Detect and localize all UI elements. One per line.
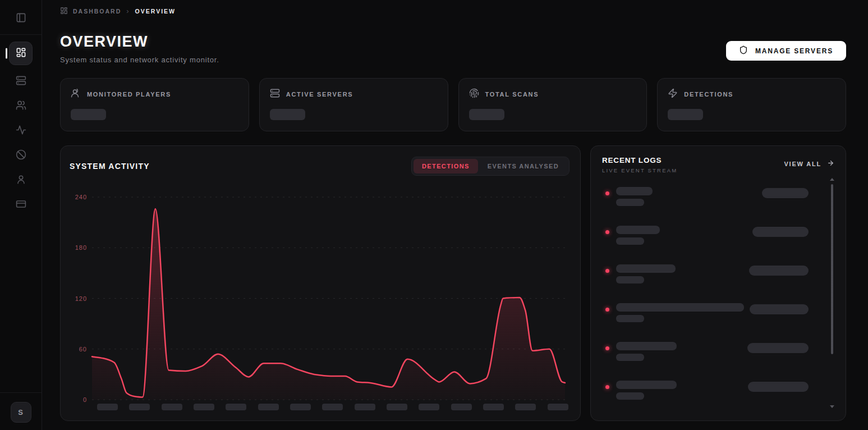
arrow-right-icon: [827, 159, 834, 168]
scroll-down-arrow-icon[interactable]: [830, 405, 834, 408]
stat-card-monitored-players: MONITORED PLAYERS: [60, 78, 249, 131]
area-chart-svg: [92, 197, 565, 400]
content-row: SYSTEM ACTIVITY DETECTIONS EVENTS ANALYS…: [60, 145, 846, 421]
scroll-up-arrow-icon[interactable]: [830, 178, 834, 181]
x-axis-label-skeleton: [451, 404, 472, 410]
x-axis-label-skeleton: [515, 404, 536, 410]
panel-toggle-button[interactable]: [11, 10, 30, 27]
view-all-label: VIEW ALL: [784, 161, 821, 167]
logs-scrollbar: [829, 178, 835, 408]
system-activity-panel: SYSTEM ACTIVITY DETECTIONS EVENTS ANALYS…: [60, 145, 581, 421]
breadcrumb-page: OVERVIEW: [135, 8, 176, 15]
layout-dashboard-icon: [16, 47, 26, 60]
log-status-dot: [605, 308, 609, 312]
log-status-dot: [605, 191, 609, 195]
stat-label: ACTIVE SERVERS: [286, 91, 353, 98]
log-text-skeleton: [616, 264, 676, 283]
log-row: [605, 187, 809, 206]
x-axis-label-skeleton: [129, 404, 150, 410]
stat-label: DETECTIONS: [684, 91, 733, 98]
sidebar-bottom-section: S: [0, 392, 42, 430]
log-timestamp-skeleton: [762, 188, 809, 198]
recent-logs-panel: RECENT LOGS LIVE EVENT STREAM VIEW ALL: [590, 145, 846, 421]
breadcrumb-section[interactable]: DASHBOARD: [73, 8, 121, 15]
log-list: [602, 187, 834, 400]
x-axis-label-skeleton: [355, 404, 375, 410]
activity-chart: 240180120600: [92, 197, 565, 400]
panel-left-icon: [16, 12, 26, 25]
sidebar-item-billing[interactable]: [11, 196, 30, 213]
log-row: [605, 342, 809, 361]
stat-card-detections: DETECTIONS: [657, 78, 846, 131]
sidebar-item-players[interactable]: [11, 97, 30, 115]
x-axis-label-skeleton: [483, 404, 504, 410]
recent-logs-subtitle: LIVE EVENT STREAM: [602, 167, 677, 173]
x-axis-label-skeleton: [548, 404, 568, 410]
users-round-icon: [71, 88, 81, 100]
stat-card-active-servers: ACTIVE SERVERS: [259, 78, 448, 131]
log-timestamp-skeleton: [750, 304, 809, 314]
stat-value-skeleton: [71, 109, 106, 120]
user-icon: [16, 174, 26, 186]
log-status-dot: [605, 230, 609, 234]
ban-icon: [16, 149, 26, 162]
log-timestamp-skeleton: [749, 266, 809, 276]
scrollbar-thumb[interactable]: [831, 184, 833, 354]
y-axis-tick-label: 60: [79, 346, 87, 353]
log-row: [605, 226, 809, 245]
log-status-dot: [605, 346, 609, 350]
tab-detections[interactable]: DETECTIONS: [414, 159, 478, 173]
breadcrumb-separator: ›: [126, 7, 130, 15]
recent-logs-title: RECENT LOGS: [602, 156, 677, 164]
stat-value-skeleton: [668, 109, 703, 120]
log-timestamp-skeleton: [752, 227, 809, 237]
log-row: [605, 264, 809, 283]
x-axis-label-skeleton: [226, 404, 246, 410]
tab-events-analysed[interactable]: EVENTS ANALYSED: [479, 159, 567, 173]
x-axis-label-skeleton: [290, 404, 311, 410]
main-content: DASHBOARD › OVERVIEW OVERVIEW System sta…: [42, 0, 868, 430]
sidebar-item-profile[interactable]: [11, 171, 30, 189]
y-axis-tick-label: 240: [75, 194, 87, 200]
view-all-button[interactable]: VIEW ALL: [784, 159, 834, 168]
log-text-skeleton: [616, 381, 677, 400]
log-text-skeleton: [616, 187, 653, 206]
users-icon: [16, 100, 26, 112]
y-axis-tick-label: 120: [75, 295, 87, 302]
user-avatar[interactable]: S: [11, 402, 31, 423]
system-activity-title: SYSTEM ACTIVITY: [70, 162, 150, 171]
page-subtitle: System status and network activity monit…: [60, 56, 219, 64]
credit-card-icon: [16, 199, 26, 211]
page-header: OVERVIEW System status and network activ…: [60, 33, 846, 64]
shield-icon: [739, 45, 748, 56]
log-row: [605, 381, 809, 400]
stat-value-skeleton: [469, 109, 504, 120]
stats-row: MONITORED PLAYERS ACTIVE SERVERS TOTAL S…: [60, 78, 846, 131]
stat-value-skeleton: [270, 109, 305, 120]
log-status-dot: [605, 269, 609, 273]
x-axis-label-skeleton: [194, 404, 214, 410]
activity-icon: [16, 125, 26, 137]
manage-servers-button[interactable]: MANAGE SERVERS: [726, 41, 846, 61]
sidebar-item-servers[interactable]: [11, 72, 30, 90]
sidebar-item-bans[interactable]: [11, 147, 30, 164]
y-axis-tick-label: 180: [75, 244, 87, 251]
sidebar-top-section: [0, 0, 42, 35]
stat-card-total-scans: TOTAL SCANS: [458, 78, 647, 131]
x-axis-label-skeleton: [387, 404, 407, 410]
x-axis-label-skeleton: [97, 404, 118, 410]
x-axis-label-skeleton: [419, 404, 439, 410]
log-text-skeleton: [616, 303, 744, 322]
sidebar-item-activity[interactable]: [11, 122, 30, 139]
breadcrumb: DASHBOARD › OVERVIEW: [60, 7, 846, 16]
stat-label: MONITORED PLAYERS: [87, 91, 171, 98]
server-icon: [270, 88, 280, 100]
log-row: [605, 303, 809, 322]
stat-label: TOTAL SCANS: [485, 91, 539, 98]
sidebar-nav: [0, 42, 42, 392]
page-title: OVERVIEW: [60, 33, 219, 51]
chart-tab-group: DETECTIONS EVENTS ANALYSED: [411, 157, 570, 176]
x-axis-placeholder-row: [97, 404, 570, 410]
server-icon: [16, 75, 26, 88]
sidebar-item-dashboard[interactable]: [9, 42, 33, 65]
